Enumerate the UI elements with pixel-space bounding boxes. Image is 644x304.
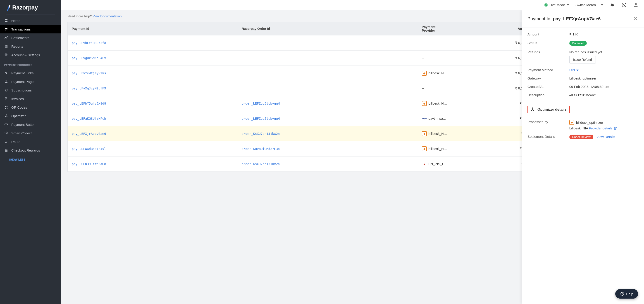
payment-id-link[interactable]: pay_LFvfeWfjNyv2ks <box>72 71 106 75</box>
provider-details-link[interactable]: Provider details <box>589 126 617 130</box>
refresh-icon <box>4 88 8 92</box>
link-icon <box>4 71 8 75</box>
nav-label: Account & Settings <box>11 53 40 57</box>
provider-text: billdesk_N… <box>428 102 447 105</box>
billdesk-icon: ◆ <box>422 131 427 136</box>
nav-payment-button[interactable]: Payment Button <box>0 120 61 129</box>
nav-route[interactable]: Route <box>0 137 61 146</box>
svg-rect-11 <box>6 108 7 108</box>
nav-invoices[interactable]: Invoices <box>0 94 61 103</box>
order-id-link[interactable]: order_KsXU7bn131kx2n <box>242 132 280 136</box>
col-order-id: Razorpay Order Id <box>240 22 420 35</box>
nav-settlements[interactable]: Settlements <box>0 33 61 42</box>
mode-switcher[interactable]: Live Mode <box>544 3 569 7</box>
nav-label: Reports <box>11 44 23 48</box>
svg-rect-1 <box>6 19 8 20</box>
order-id-link[interactable]: order_KsXU7bn131kx2n <box>242 162 280 166</box>
panel-payment-id: pay_LEFXjrAopVGae6 <box>553 16 600 21</box>
nav-qr-codes[interactable]: QR Codes <box>0 103 61 112</box>
label-settlement: Settlement Details <box>528 135 569 139</box>
order-id-link[interactable]: order_LEFZgo5lcbygqH <box>242 102 280 105</box>
profile-icon[interactable] <box>633 2 638 8</box>
nav-label: Invoices <box>11 97 24 101</box>
payment-id-link[interactable]: pay_LEFbY5ghvJX8d8 <box>72 102 106 105</box>
nav-smart-collect[interactable]: Smart Collect <box>0 129 61 137</box>
col-amount: Amount <box>449 22 532 35</box>
amount-cell: ₹ 10.00 <box>449 141 532 156</box>
amount-cell: ₹ 6,000.00 <box>449 66 532 81</box>
nav-payment-links[interactable]: Payment Links <box>0 69 61 77</box>
payment-id-link[interactable]: pay_LFvhEtiH8S53fo <box>72 41 106 45</box>
nav-home[interactable]: Home <box>0 16 61 25</box>
show-less-toggle[interactable]: SHOW LESS <box>0 154 61 165</box>
nav-optimizer[interactable]: Optimizer <box>0 112 61 120</box>
activity-icon[interactable] <box>621 2 627 8</box>
provider-text: upi_icici_t… <box>428 162 446 166</box>
label-processed: Processed by <box>528 120 569 130</box>
optimizer-icon <box>4 114 8 118</box>
payment-id-link[interactable]: pay_LEFXjrAopVGae6 <box>72 132 106 136</box>
provider-text: -- <box>422 87 424 90</box>
help-icon <box>620 292 624 296</box>
billdesk-icon: ◆ <box>422 71 427 76</box>
label-refunds: Refunds <box>528 50 569 63</box>
view-documentation-link[interactable]: View Documentation <box>92 14 122 18</box>
nav-transactions[interactable]: Transactions <box>0 25 61 33</box>
col-payment-id: Payment Id <box>68 22 240 35</box>
nav-subscriptions[interactable]: Subscriptions <box>0 86 61 94</box>
svg-point-20 <box>532 108 533 108</box>
settlements-icon <box>4 36 8 40</box>
nav-settings[interactable]: Account & Settings <box>0 51 61 59</box>
svg-rect-10 <box>5 108 6 109</box>
amount-cell: ₹ 10.00 <box>449 96 532 111</box>
order-id-link[interactable]: order_LEFZgo5lcbygqH <box>242 117 280 120</box>
svg-rect-16 <box>5 124 8 125</box>
help-fab-button[interactable]: Help <box>615 289 638 299</box>
order-id-link[interactable]: order_KuvmQl0Md27F3o <box>242 147 280 151</box>
qr-icon <box>4 105 8 109</box>
col-provider: Payment Provider <box>420 22 449 35</box>
payment-detail-panel: Payment Id: pay_LEFXjrAopVGae6 ✕ Amount₹… <box>522 10 644 304</box>
nav-label: Home <box>11 19 20 22</box>
icici-icon: ▲ <box>422 161 427 166</box>
processed-sub: billdesk_NIA <box>569 126 588 130</box>
payment-id-link[interactable]: pay_LCLN39JiWn3AG8 <box>72 162 106 166</box>
merchant-switcher[interactable]: Switch Merch… <box>576 3 603 7</box>
label-method: Payment Method <box>528 68 569 72</box>
amount-cell: ₹ 1.00 <box>449 156 532 172</box>
issue-refund-button[interactable]: Issue Refund <box>569 56 596 63</box>
close-panel-button[interactable]: ✕ <box>633 15 638 22</box>
nav-label: Checkout Rewards <box>11 149 40 152</box>
payment-method-dropdown[interactable]: UPI <box>569 68 578 72</box>
help-prefix: Need more help? <box>68 14 92 18</box>
nav-reports[interactable]: Reports <box>0 42 61 51</box>
billdesk-icon: ◆ <box>422 146 427 151</box>
chevron-down-icon <box>576 70 578 71</box>
brand-logo: Razorpay <box>0 0 61 14</box>
nav-label: QR Codes <box>11 106 27 109</box>
payment-id-link[interactable]: pay_LFvgdkSNKbL4Fx <box>72 56 106 60</box>
value-desc: #KsXTz1r1vxwre1 <box>569 93 638 97</box>
billdesk-icon: ◆ <box>569 120 574 125</box>
label-created: Created At <box>528 85 569 89</box>
processed-by-value: billdesk_optimizer <box>576 121 603 125</box>
notifications-icon[interactable] <box>610 2 615 8</box>
under-review-badge: Under Review <box>569 135 593 139</box>
amount-cell: ₹ 1.00 <box>449 126 532 141</box>
svg-point-22 <box>533 110 534 111</box>
gift-icon <box>4 148 8 152</box>
payment-id-link[interactable]: pay_LEFaKGSUjzHPch <box>72 117 106 120</box>
optimizer-icon <box>531 108 535 112</box>
payment-id-link[interactable]: pay_LEFWAdBnetn4sl <box>72 147 106 151</box>
payment-id-link[interactable]: pay_LFvXgJcyM2pfF9 <box>72 87 106 90</box>
pages-icon <box>4 80 8 84</box>
bank-icon <box>4 131 8 135</box>
nav-payment-pages[interactable]: Payment Pages <box>0 77 61 86</box>
view-details-link[interactable]: View Details <box>596 135 615 139</box>
provider-text: billdesk_N… <box>428 71 447 75</box>
refunds-text: No refunds issued yet <box>569 50 638 54</box>
amount-cell: ₹ 6,000.00 <box>449 51 532 66</box>
merchant-label: Switch Merch… <box>576 3 599 7</box>
nav-label: Transactions <box>11 27 30 31</box>
nav-checkout-rewards[interactable]: Checkout Rewards <box>0 146 61 154</box>
